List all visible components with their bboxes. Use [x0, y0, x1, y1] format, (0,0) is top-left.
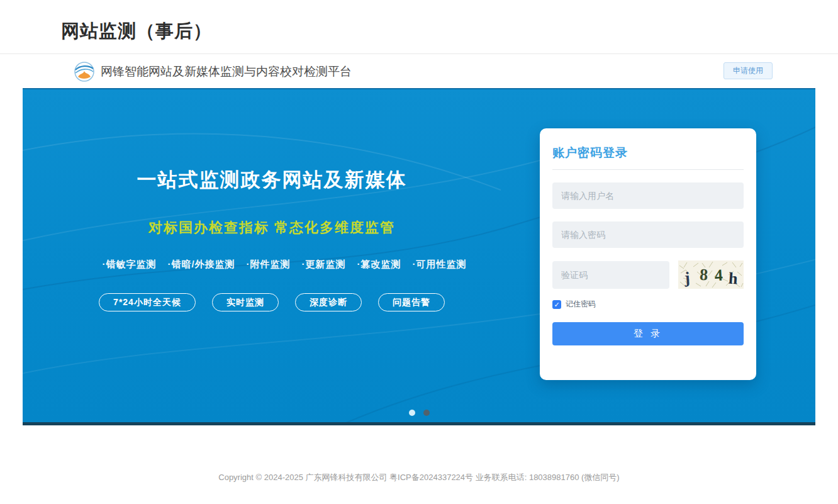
- remember-label: 记住密码: [566, 299, 596, 310]
- remember-checkbox[interactable]: ✓: [552, 300, 561, 309]
- hero-feature-list: ·错敏字监测 ·错暗/外接监测 ·附件监测 ·更新监测 ·篡改监测 ·可用性监测: [48, 259, 521, 271]
- carousel-dot-1[interactable]: [409, 410, 415, 416]
- username-input[interactable]: [552, 182, 744, 209]
- brand: 网锋智能网站及新媒体监测与内容校对检测平台: [74, 62, 352, 82]
- remember-password-option[interactable]: ✓ 记住密码: [552, 299, 744, 310]
- login-title-divider: [552, 169, 744, 170]
- captcha-input[interactable]: [552, 261, 669, 289]
- pill-724-allweather[interactable]: 7*24小时全天候: [99, 293, 196, 311]
- login-button[interactable]: 登 录: [552, 322, 744, 345]
- captcha-noise: j 8 4 h: [678, 260, 744, 289]
- feature-item: ·错敏字监测: [102, 259, 156, 271]
- captcha-char: j: [683, 269, 691, 288]
- captcha-char: h: [728, 269, 739, 288]
- hero-subheadline: 对标国办检查指标 常态化多维度监管: [23, 218, 521, 237]
- login-title: 账户密码登录: [552, 145, 744, 161]
- brand-title: 网锋智能网站及新媒体监测与内容校对检测平台: [101, 64, 352, 80]
- captcha-char: 4: [714, 266, 723, 285]
- captcha-row: j 8 4 h: [552, 260, 744, 289]
- feature-item: ·错暗/外接监测: [167, 259, 235, 271]
- hero-content: 一站式监测政务网站及新媒体 对标国办检查指标 常态化多维度监管 ·错敏字监测 ·…: [23, 89, 521, 425]
- hero-banner: 一站式监测政务网站及新媒体 对标国办检查指标 常态化多维度监管 ·错敏字监测 ·…: [23, 88, 815, 425]
- login-card: 账户密码登录 j 8 4: [540, 128, 756, 380]
- feature-item: ·更新监测: [302, 259, 346, 271]
- pill-deep-diagnosis[interactable]: 深度诊断: [295, 293, 362, 311]
- pill-issue-alert[interactable]: 问题告警: [378, 293, 445, 311]
- captcha-char: 8: [699, 266, 708, 284]
- apply-use-button[interactable]: 申请使用: [723, 62, 773, 79]
- hero-headline: 一站式监测政务网站及新媒体: [23, 167, 521, 193]
- feature-item: ·附件监测: [247, 259, 291, 271]
- pill-realtime-monitor[interactable]: 实时监测: [212, 293, 279, 311]
- password-input[interactable]: [552, 221, 744, 248]
- feature-item: ·可用性监测: [413, 259, 467, 271]
- captcha-image[interactable]: j 8 4 h: [678, 260, 744, 289]
- carousel-dots: [23, 410, 815, 416]
- footer-copyright: Copyright © 2024-2025 广东网锋科技有限公司 粤ICP备20…: [0, 472, 838, 483]
- header-bar: 网锋智能网站及新媒体监测与内容校对检测平台 申请使用: [23, 54, 815, 88]
- wangfeng-logo-icon: [74, 62, 94, 82]
- hero-pill-row: 7*24小时全天候 实时监测 深度诊断 问题告警: [23, 293, 521, 311]
- feature-item: ·篡改监测: [357, 259, 401, 271]
- page-title: 网站监测（事后）: [61, 19, 212, 44]
- carousel-dot-2[interactable]: [423, 410, 430, 416]
